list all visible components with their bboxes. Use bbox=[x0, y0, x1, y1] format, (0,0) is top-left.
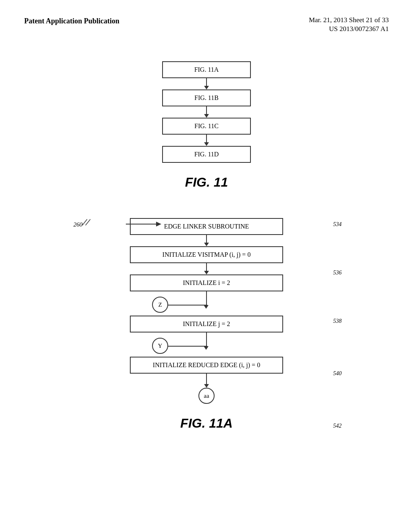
arrow-534-536 bbox=[204, 235, 209, 246]
fig11a-box-536: INITIALIZE VISITMAP (i, j) = 0 bbox=[130, 246, 283, 263]
header-date-sheet: Mar. 21, 2013 Sheet 21 of 33 bbox=[309, 16, 389, 24]
arrow-1 bbox=[204, 78, 209, 89]
ref-536-label: 536 bbox=[333, 270, 342, 276]
arrowhead-2 bbox=[204, 114, 209, 118]
ref-534-label: 534 bbox=[333, 221, 342, 228]
arrow-3 bbox=[204, 135, 209, 146]
arrow-536-538 bbox=[204, 263, 209, 274]
fig11a-caption: FIG. 11A bbox=[180, 416, 233, 431]
fig11a-box-538: INITIALIZE i = 2 bbox=[130, 274, 283, 291]
y-loop-area: Y bbox=[130, 332, 283, 357]
fig11-box-11a: FIG. 11A bbox=[162, 61, 251, 78]
arrow-542-aa bbox=[204, 374, 209, 388]
z-connector-circle: Z bbox=[152, 297, 168, 313]
header-right: Mar. 21, 2013 Sheet 21 of 33 US 2013/007… bbox=[309, 16, 389, 33]
arrowhead-to-540 bbox=[204, 305, 209, 309]
arrowhead-542-aa bbox=[204, 384, 209, 388]
entry-arrow-svg bbox=[102, 214, 182, 234]
arrowhead-3 bbox=[204, 142, 209, 146]
ref-540-label: 540 bbox=[333, 370, 342, 377]
ref-538-label: 538 bbox=[333, 318, 342, 324]
ref-260-label: 260 bbox=[73, 221, 83, 228]
fig11-section: FIG. 11A FIG. 11B FIG. 1 bbox=[162, 61, 251, 190]
fig11-box-11d: FIG. 11D bbox=[162, 146, 251, 163]
fig11-box-11b: FIG. 11B bbox=[162, 89, 251, 106]
arrowhead-1 bbox=[204, 86, 209, 89]
fig11-caption: FIG. 11 bbox=[185, 175, 228, 190]
aa-connector-circle: aa bbox=[198, 388, 215, 404]
arrow-2 bbox=[204, 106, 209, 118]
z-loop-area: Z bbox=[130, 291, 283, 316]
header-patent-number: US 2013/0072367 A1 bbox=[329, 25, 389, 33]
header-publication-label: Patent Application Publication bbox=[24, 16, 119, 26]
fig11a-wrapper: 260 534 EDGE LINKER SUBROUTINE bbox=[65, 214, 348, 404]
header: Patent Application Publication Mar. 21, … bbox=[0, 0, 413, 41]
fig11a-box-540: INITIALIZE j = 2 bbox=[130, 316, 283, 332]
fig11a-box-542: INITIALIZE REDUCED EDGE (i, j) = 0 bbox=[130, 357, 283, 374]
arrowhead-534-536 bbox=[204, 243, 209, 246]
main-content: FIG. 11A FIG. 11B FIG. 1 bbox=[0, 41, 413, 447]
fig11a-section: 260 534 EDGE LINKER SUBROUTINE bbox=[24, 214, 389, 431]
ref-260-tick bbox=[82, 217, 94, 231]
fig11-flow: FIG. 11A FIG. 11B FIG. 1 bbox=[162, 61, 251, 163]
y-connector-circle: Y bbox=[152, 338, 168, 354]
patent-page: Patent Application Publication Mar. 21, … bbox=[0, 0, 413, 532]
ref-542-label: 542 bbox=[333, 423, 342, 429]
arrowhead-to-542 bbox=[204, 346, 209, 350]
svg-marker-3 bbox=[156, 222, 161, 227]
fig11-box-11c: FIG. 11C bbox=[162, 118, 251, 135]
arrowhead-536-538 bbox=[204, 271, 209, 274]
